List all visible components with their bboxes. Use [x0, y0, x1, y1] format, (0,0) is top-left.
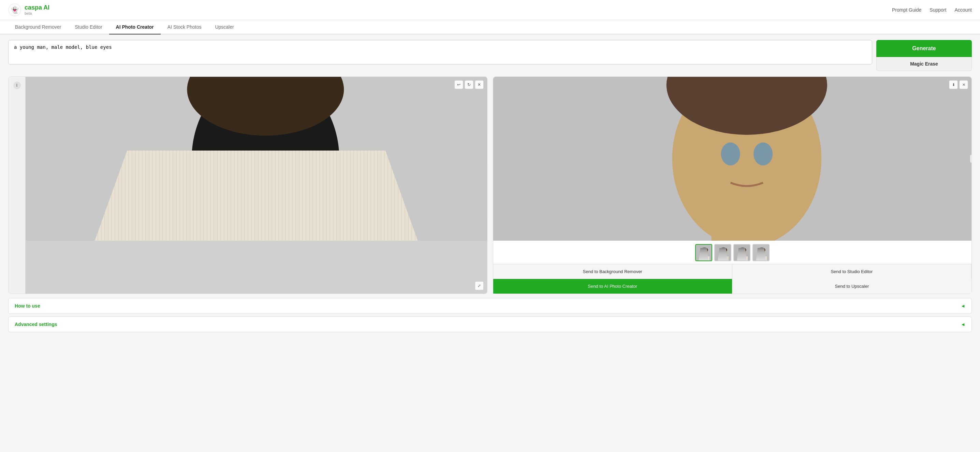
how-to-use-chevron: ◄ [961, 303, 965, 308]
advanced-settings-section: Advanced settings ◄ [8, 316, 972, 332]
left-panel: i [8, 77, 487, 294]
logo-beta: beta [25, 11, 49, 15]
send-to-ai-photo-button[interactable]: Send to AI Photo Creator [493, 279, 732, 294]
right-image-area: ⬇ ✕ ⤢ [493, 77, 972, 241]
tab-ai-photo-creator[interactable]: AI Photo Creator [109, 20, 161, 35]
svg-point-24 [720, 248, 727, 252]
thumbnail-3[interactable] [733, 244, 751, 261]
thumbnail-2[interactable] [714, 244, 731, 261]
send-to-upscaler-button[interactable]: Send to Upscaler [732, 279, 972, 294]
right-panel-inner: ⬇ ✕ ⤢ [493, 77, 972, 294]
download-right-button[interactable]: ⬇ [949, 80, 958, 89]
svg-point-16 [721, 142, 740, 165]
svg-rect-21 [699, 256, 710, 260]
left-image-controls: ↩ ↻ ✕ [454, 80, 484, 89]
how-to-use-section: How to use ◄ [8, 298, 972, 314]
right-buttons: Generate Magic Erase [876, 40, 972, 71]
how-to-use-header[interactable]: How to use ◄ [8, 299, 972, 313]
redo-button[interactable]: ↻ [465, 80, 474, 89]
bottom-sections: How to use ◄ Advanced settings ◄ [8, 298, 972, 335]
how-to-use-label: How to use [15, 303, 40, 308]
send-to-studio-button[interactable]: Send to Studio Editor [732, 264, 972, 279]
right-top-controls: ⬇ ✕ [949, 80, 968, 89]
thumbnail-1[interactable] [695, 244, 712, 261]
advanced-settings-chevron: ◄ [961, 322, 965, 327]
app-container: 👻 caspa AI beta Prompt Guide Support Acc… [0, 0, 980, 452]
svg-point-19 [701, 248, 708, 256]
left-image-display [25, 77, 487, 241]
logo-text: caspa AI beta [25, 5, 49, 15]
tab-upscaler[interactable]: Upscaler [208, 20, 240, 35]
logo-title: caspa AI [25, 5, 49, 11]
svg-point-17 [753, 142, 772, 165]
close-right-button[interactable]: ✕ [959, 80, 968, 89]
svg-text:👻: 👻 [11, 6, 19, 14]
thumbnail-1-img [696, 245, 711, 260]
logo-icon: 👻 [8, 3, 21, 16]
svg-point-5 [137, 233, 376, 241]
svg-point-20 [701, 248, 708, 252]
svg-point-31 [758, 248, 765, 256]
tab-studio-editor[interactable]: Studio Editor [68, 20, 109, 35]
generate-button[interactable]: Generate [876, 40, 972, 57]
undo-button[interactable]: ↩ [454, 80, 463, 89]
advanced-settings-header[interactable]: Advanced settings ◄ [8, 317, 972, 332]
main-content: Generate Magic Erase i [0, 35, 980, 449]
svg-point-23 [720, 248, 727, 256]
right-panel: ⬇ ✕ ⤢ [493, 77, 972, 294]
nav-account[interactable]: Account [955, 7, 972, 13]
logo-area: 👻 caspa AI beta [8, 3, 49, 16]
info-icon[interactable]: i [13, 81, 21, 89]
app-header: 👻 caspa AI beta Prompt Guide Support Acc… [0, 0, 980, 20]
svg-rect-29 [738, 256, 748, 260]
nav-support[interactable]: Support [929, 7, 946, 13]
svg-rect-6 [229, 196, 284, 241]
advanced-settings-label: Advanced settings [15, 322, 57, 327]
prompt-input[interactable] [8, 40, 872, 64]
header-nav: Prompt Guide Support Account [892, 7, 972, 13]
nav-prompt-guide[interactable]: Prompt Guide [892, 7, 921, 13]
thumbnail-4-img [753, 245, 769, 260]
thumbnail-3-img [734, 245, 750, 260]
tab-ai-stock-photos[interactable]: AI Stock Photos [161, 20, 208, 35]
side-expand-button[interactable]: ⤢ [970, 155, 972, 163]
left-image-area: ↩ ↻ ✕ ⤢ [25, 77, 487, 294]
action-buttons-row: Send to Background Remover Send to Studi… [493, 264, 972, 294]
tab-background-remover[interactable]: Background Remover [8, 20, 68, 35]
content-row: i [8, 77, 972, 294]
expand-left-button[interactable]: ⤢ [475, 281, 484, 290]
close-left-button[interactable]: ✕ [475, 80, 484, 89]
nav-tabs: Background Remover Studio Editor AI Phot… [0, 20, 980, 35]
svg-point-27 [739, 248, 746, 256]
svg-rect-25 [718, 256, 729, 260]
thumbnail-2-img [715, 245, 731, 260]
magic-erase-button[interactable]: Magic Erase [876, 57, 972, 71]
thumbnails-row [493, 241, 972, 264]
svg-point-32 [758, 248, 765, 252]
thumbnail-4[interactable] [752, 244, 770, 261]
svg-point-28 [739, 248, 746, 252]
svg-rect-33 [757, 256, 767, 260]
left-sidebar-strip: i [8, 77, 25, 294]
left-panel-inner: i [8, 77, 487, 294]
send-to-bg-remover-button[interactable]: Send to Background Remover [493, 264, 732, 279]
prompt-row: Generate Magic Erase [8, 40, 972, 71]
